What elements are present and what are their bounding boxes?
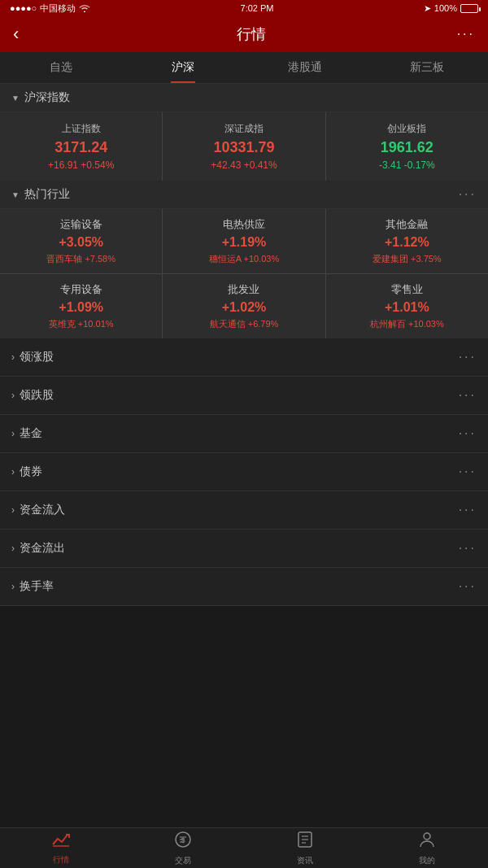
- huanshoulv-more-button[interactable]: ···: [459, 579, 477, 594]
- industry-stock-3: 英维克 +10.01%: [7, 318, 155, 330]
- chevron-right-icon-3: ›: [11, 428, 15, 439]
- index-card-cyzb[interactable]: 创业板指 1961.62 -3.41 -0.17%: [326, 112, 488, 181]
- industry-name-3: 专用设备: [7, 282, 155, 297]
- person-icon: [418, 831, 436, 853]
- industry-pct-0: +3.05%: [7, 235, 155, 250]
- collapse-row-lingjiaoguo[interactable]: › 领跌股 ···: [0, 377, 488, 415]
- nav-wode[interactable]: 我的: [366, 828, 488, 868]
- collapse-row-zijinliuchu[interactable]: › 资金流出 ···: [0, 530, 488, 568]
- industry-card-2[interactable]: 其他金融 +1.12% 爱建集团 +3.75%: [326, 209, 488, 273]
- industry-card-4[interactable]: 批发业 +1.02% 航天通信 +6.79%: [163, 274, 325, 338]
- chevron-right-icon-4: ›: [11, 466, 15, 478]
- tab-zixuan[interactable]: 自选: [0, 52, 122, 83]
- industry-pct-3: +1.09%: [7, 300, 155, 315]
- index-change-cyzb: -3.41 -0.17%: [333, 159, 481, 171]
- nav-jiaoyi[interactable]: $ 交易: [122, 828, 244, 868]
- chevron-down-icon: ▼: [11, 94, 20, 103]
- battery-percent: 100%: [434, 3, 457, 13]
- nav-label-jiaoyi: 交易: [175, 855, 191, 866]
- zijinliuchu-more-button[interactable]: ···: [459, 541, 477, 556]
- industry-card-5[interactable]: 零售业 +1.01% 杭州解百 +10.03%: [326, 274, 488, 338]
- chart-icon: [51, 831, 71, 852]
- index-change-szcz: +42.43 +0.41%: [169, 159, 318, 171]
- tab-ganggu[interactable]: 港股通: [244, 52, 366, 83]
- industry-grid: 运输设备 +3.05% 晋西车轴 +7.58% 电热供应 +1.19% 穗恒运A…: [0, 209, 488, 338]
- industry-name-2: 其他金融: [333, 217, 481, 232]
- lingjiaoguo-more-button[interactable]: ···: [459, 388, 477, 403]
- collapse-row-lingzhanggu[interactable]: › 领涨股 ···: [0, 338, 488, 377]
- nav-zixun[interactable]: 资讯: [244, 828, 366, 868]
- collapse-row-huanshoulv[interactable]: › 换手率 ···: [0, 568, 488, 606]
- index-section-title: ▼ 沪深指数: [11, 90, 70, 105]
- industry-stock-2: 爱建集团 +3.75%: [333, 253, 481, 265]
- collapse-row-zijinliuru[interactable]: › 资金流入 ···: [0, 491, 488, 530]
- industry-section-header[interactable]: ▼ 热门行业 ···: [0, 181, 488, 209]
- more-button[interactable]: ···: [457, 27, 475, 41]
- index-name-cyzb: 创业板指: [333, 122, 481, 136]
- industry-pct-2: +1.12%: [333, 235, 481, 250]
- industry-more-button[interactable]: ···: [459, 187, 477, 202]
- nav-label-wode: 我的: [419, 855, 435, 866]
- industry-card-0[interactable]: 运输设备 +3.05% 晋西车轴 +7.58%: [0, 209, 162, 273]
- industry-card-1[interactable]: 电热供应 +1.19% 穗恒运A +10.03%: [163, 209, 325, 273]
- industry-name-5: 零售业: [333, 282, 481, 297]
- chevron-right-icon: ›: [11, 351, 15, 363]
- chevron-right-icon-7: ›: [11, 581, 15, 592]
- industry-section-title: ▼ 热门行业: [11, 187, 70, 202]
- industry-name-4: 批发业: [169, 282, 318, 297]
- tab-hushen[interactable]: 沪深: [122, 52, 244, 83]
- signal-dots: ●●●●○: [10, 3, 37, 13]
- industry-stock-1: 穗恒运A +10.03%: [169, 253, 318, 265]
- nav-label-zixun: 资讯: [297, 855, 313, 866]
- index-value-shzs: 3171.24: [7, 139, 155, 156]
- svg-point-7: [424, 833, 430, 840]
- chevron-right-icon-5: ›: [11, 504, 15, 516]
- carrier-label: 中国移动: [40, 2, 76, 15]
- industry-pct-5: +1.01%: [333, 300, 481, 315]
- lingzhanggu-more-button[interactable]: ···: [459, 350, 477, 364]
- zhaiquan-more-button[interactable]: ···: [459, 465, 477, 479]
- back-button[interactable]: ‹: [13, 24, 46, 45]
- tab-xinsanban[interactable]: 新三板: [366, 52, 488, 83]
- industry-pct-1: +1.19%: [169, 235, 318, 250]
- bottom-nav: 行情 $ 交易 资讯 我的: [0, 827, 488, 868]
- zijinliuru-more-button[interactable]: ···: [459, 503, 477, 517]
- page-title: 行情: [237, 24, 266, 44]
- status-right: ➤ 100%: [424, 3, 478, 14]
- industry-stock-5: 杭州解百 +10.03%: [333, 318, 481, 330]
- status-left: ●●●●○ 中国移动: [10, 2, 90, 15]
- collapse-row-zhaiquan[interactable]: › 债券 ···: [0, 453, 488, 491]
- wifi-icon: [79, 3, 90, 14]
- industry-stock-0: 晋西车轴 +7.58%: [7, 253, 155, 265]
- location-icon: ➤: [424, 3, 431, 14]
- header: ‹ 行情 ···: [0, 16, 488, 52]
- index-section-header[interactable]: ▼ 沪深指数: [0, 84, 488, 112]
- industry-pct-4: +1.02%: [169, 300, 318, 315]
- trade-icon: $: [174, 831, 192, 853]
- tab-bar: 自选 沪深 港股通 新三板: [0, 52, 488, 84]
- news-icon: [296, 831, 314, 853]
- index-name-shzs: 上证指数: [7, 122, 155, 136]
- chevron-right-icon-6: ›: [11, 543, 15, 554]
- collapse-row-jijin[interactable]: › 基金 ···: [0, 415, 488, 453]
- index-card-shzs[interactable]: 上证指数 3171.24 +16.91 +0.54%: [0, 112, 162, 181]
- status-bar: ●●●●○ 中国移动 7:02 PM ➤ 100%: [0, 0, 488, 16]
- index-grid: 上证指数 3171.24 +16.91 +0.54% 深证成指 10331.79…: [0, 112, 488, 181]
- industry-chevron-icon: ▼: [11, 190, 20, 199]
- index-value-szcz: 10331.79: [169, 139, 318, 156]
- battery-icon: [460, 4, 478, 13]
- industry-card-3[interactable]: 专用设备 +1.09% 英维克 +10.01%: [0, 274, 162, 338]
- nav-label-hangqing: 行情: [53, 854, 69, 866]
- index-change-shzs: +16.91 +0.54%: [7, 159, 155, 171]
- industry-name-1: 电热供应: [169, 217, 318, 232]
- jijin-more-button[interactable]: ···: [459, 426, 477, 441]
- index-value-cyzb: 1961.62: [333, 139, 481, 156]
- index-card-szcz[interactable]: 深证成指 10331.79 +42.43 +0.41%: [163, 112, 325, 181]
- nav-hangqing[interactable]: 行情: [0, 828, 122, 868]
- industry-name-0: 运输设备: [7, 217, 155, 232]
- industry-stock-4: 航天通信 +6.79%: [169, 318, 318, 330]
- index-name-szcz: 深证成指: [169, 122, 318, 136]
- status-time: 7:02 PM: [241, 3, 274, 13]
- chevron-right-icon-2: ›: [11, 390, 15, 401]
